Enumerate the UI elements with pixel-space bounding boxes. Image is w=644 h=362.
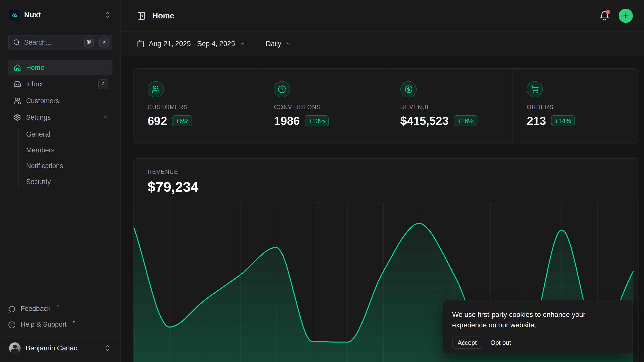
sidebar-subitem-security[interactable]: Security — [26, 175, 112, 189]
stat-value: 213 — [527, 114, 546, 128]
stat-value: 692 — [148, 114, 167, 128]
shopping-cart-icon — [527, 81, 543, 97]
stats-card: CUSTOMERS 692 +6% CONVERSIONS 1986 — [133, 68, 639, 144]
chevron-down-icon — [285, 41, 291, 47]
plus-icon — [622, 12, 630, 20]
sidebar-item-label: Home — [26, 64, 108, 72]
info-circle-icon — [8, 321, 16, 329]
date-range-value: Aug 21, 2025 - Sep 4, 2025 — [149, 40, 235, 48]
feedback-link[interactable]: Feedback — [8, 301, 112, 317]
sidebar-item-inbox[interactable]: Inbox 4 — [8, 76, 112, 92]
user-menu[interactable]: Benjamin Canac — [8, 339, 112, 357]
filter-bar: Aug 21, 2025 - Sep 4, 2025 Daily — [121, 32, 644, 56]
stat-revenue[interactable]: REVENUE $415,523 +18% — [386, 69, 512, 144]
notification-dot — [606, 10, 610, 14]
external-link-arrow-icon — [56, 304, 60, 309]
external-link-arrow-icon — [72, 320, 76, 325]
revenue-chart-header: REVENUE $79,234 — [134, 159, 639, 195]
kbd-k: K — [99, 38, 109, 47]
cookie-message-line1: We use first-party cookies to enhance yo… — [452, 309, 624, 320]
stat-delta-badge: +13% — [305, 115, 329, 126]
sidebar-item-label: Settings — [26, 114, 97, 121]
team-switcher[interactable]: Nuxt — [8, 7, 112, 23]
feedback-label: Feedback — [21, 305, 51, 313]
cookie-banner: We use first-party cookies to enhance yo… — [443, 300, 633, 354]
opt-out-button[interactable]: Opt out — [486, 337, 515, 349]
users-stat-icon — [148, 81, 164, 97]
search-placeholder: Search... — [24, 39, 79, 47]
cookie-message-line2: experience on our website. — [452, 320, 624, 330]
stat-value: 1986 — [274, 114, 300, 128]
revenue-chart-total: $79,234 — [148, 178, 639, 195]
sidebar-subitem-notifications[interactable]: Notifications — [26, 159, 112, 173]
chevron-down-icon — [240, 41, 246, 47]
stat-delta-badge: +14% — [551, 115, 575, 126]
team-name: Nuxt — [24, 11, 100, 19]
page-header: Home — [121, 0, 644, 32]
stat-label: ORDERS — [527, 104, 639, 111]
accept-button[interactable]: Accept — [452, 337, 482, 349]
sidebar-item-home[interactable]: Home — [8, 60, 112, 75]
sidebar: Nuxt Search... ⌘ K Home — [0, 0, 121, 362]
calendar-icon — [137, 40, 144, 48]
help-support-link[interactable]: Help & Support — [8, 317, 112, 333]
sidebar-collapse-icon[interactable] — [137, 11, 146, 20]
sidebar-item-settings[interactable]: Settings — [8, 110, 112, 125]
nuxt-logo-icon — [9, 9, 20, 20]
inbox-count-badge: 4 — [98, 79, 108, 89]
granularity-select[interactable]: Daily — [262, 37, 295, 50]
add-button[interactable] — [619, 9, 633, 23]
message-bubble-icon — [8, 305, 16, 313]
chevrons-up-down-icon — [104, 11, 111, 19]
stat-orders[interactable]: ORDERS 213 +14% — [512, 69, 639, 144]
stat-conversions[interactable]: CONVERSIONS 1986 +13% — [260, 69, 386, 144]
sidebar-item-customers[interactable]: Customers — [8, 93, 112, 109]
sidebar-footer: Feedback Help & Support Benjamin Canac — [8, 301, 112, 357]
stat-label: CUSTOMERS — [148, 104, 260, 111]
page-title: Home — [152, 11, 599, 20]
sidebar-item-label: Customers — [26, 97, 108, 105]
stat-delta-badge: +18% — [454, 115, 477, 126]
stat-delta-badge: +6% — [172, 115, 192, 126]
settings-subnav: General Members Notifications Security — [8, 127, 112, 189]
home-icon — [14, 64, 21, 71]
revenue-chart-label: REVENUE — [148, 169, 639, 175]
sidebar-item-label: Inbox — [26, 80, 93, 88]
chevron-up-icon — [102, 114, 108, 121]
notifications-button[interactable] — [599, 11, 610, 21]
stat-label: REVENUE — [400, 104, 512, 111]
help-support-label: Help & Support — [21, 321, 67, 328]
sidebar-subitem-general[interactable]: General — [26, 127, 112, 142]
stat-value: $415,523 — [400, 114, 449, 128]
dashboard-app: Nuxt Search... ⌘ K Home — [0, 0, 644, 362]
stat-label: CONVERSIONS — [274, 104, 386, 111]
chevrons-up-down-icon — [104, 344, 111, 352]
sidebar-subitem-members[interactable]: Members — [26, 143, 112, 157]
inbox-icon — [14, 80, 21, 88]
kbd-meta: ⌘ — [84, 38, 94, 47]
search-icon — [13, 39, 20, 46]
avatar — [9, 342, 21, 354]
gear-icon — [14, 114, 21, 121]
sidebar-divider — [0, 337, 120, 337]
sidebar-nav: Home Inbox 4 Customers — [8, 60, 112, 189]
user-name: Benjamin Canac — [26, 344, 99, 352]
dollar-circle-icon — [400, 81, 417, 97]
stat-customers[interactable]: CUSTOMERS 692 +6% — [134, 69, 260, 144]
search-input[interactable]: Search... ⌘ K — [8, 35, 112, 50]
granularity-value: Daily — [266, 40, 281, 48]
pie-chart-icon — [274, 81, 290, 97]
users-icon — [14, 97, 21, 105]
date-range-picker[interactable]: Aug 21, 2025 - Sep 4, 2025 — [137, 37, 249, 50]
